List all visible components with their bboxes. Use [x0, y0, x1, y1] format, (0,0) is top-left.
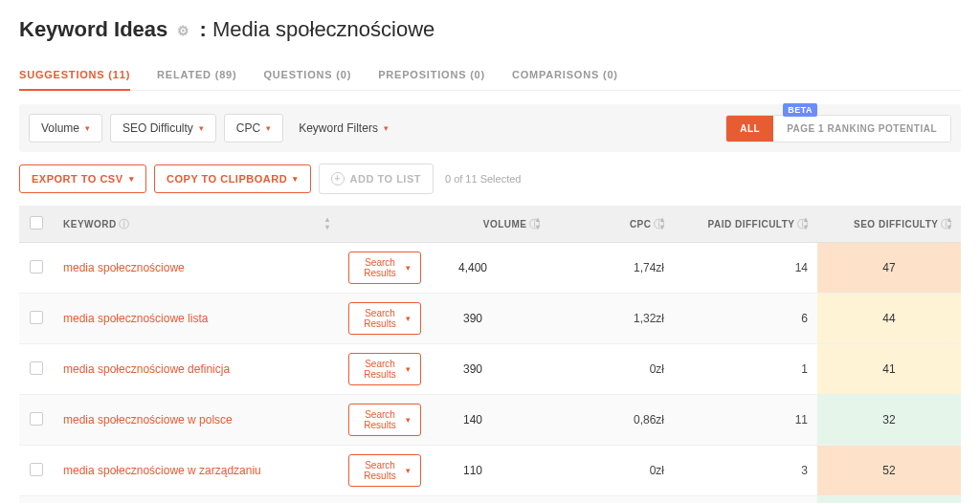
tab-4[interactable]: COMPARISONS (0) — [512, 63, 618, 90]
cell-cpc: 0zł — [549, 344, 674, 395]
tabs: SUGGESTIONS (11)RELATED (89)QUESTIONS (0… — [19, 63, 961, 91]
add-to-list-button[interactable]: +ADD TO LIST — [319, 164, 434, 194]
cell-cpc: 1,74zł — [549, 243, 674, 294]
title-subject: Media społecznościowe — [212, 17, 434, 41]
search-results-button[interactable]: Search Results ▾ — [348, 353, 421, 385]
chevron-down-icon: ▾ — [199, 123, 204, 133]
chevron-down-icon: ▾ — [406, 364, 411, 374]
cell-cpc: 0,86zł — [549, 395, 674, 446]
selected-count: 0 of 11 Selected — [445, 173, 522, 185]
search-results-button[interactable]: Search Results ▾ — [348, 454, 421, 487]
cell-seo-difficulty: 39 — [817, 496, 961, 504]
cell-paid-difficulty: 3 — [674, 446, 817, 496]
gear-icon[interactable]: ⚙ — [177, 23, 189, 38]
table-row: media społecznościowe definicjaSearch Re… — [19, 344, 961, 395]
chevron-down-icon: ▾ — [266, 123, 271, 133]
table-row: media społecznościowe w zarządzaniuSearc… — [19, 446, 961, 496]
actions-row: EXPORT TO CSV▾ COPY TO CLIPBOARD▾ +ADD T… — [19, 164, 961, 194]
cell-cpc: 1,32zł — [549, 294, 674, 344]
cell-paid-difficulty: 1 — [674, 344, 817, 395]
tab-2[interactable]: QUESTIONS (0) — [263, 63, 351, 90]
row-checkbox[interactable] — [30, 463, 43, 476]
col-volume[interactable]: VOLUMEⓘ▴▾ — [425, 206, 549, 243]
cell-volume: 4,400 — [425, 243, 549, 294]
cell-volume: 390 — [425, 344, 549, 395]
keyword-link[interactable]: media społecznościowe lista — [63, 312, 208, 325]
row-checkbox[interactable] — [30, 260, 43, 273]
tab-3[interactable]: PREPOSITIONS (0) — [378, 63, 485, 90]
table-row: media społecznościowe synonimSearch Resu… — [19, 496, 961, 504]
chevron-down-icon: ▾ — [293, 174, 299, 184]
cell-seo-difficulty: 47 — [817, 243, 961, 294]
filter-cpc[interactable]: CPC▾ — [224, 114, 283, 142]
keyword-link[interactable]: media społecznościowe w zarządzaniu — [63, 464, 261, 477]
cell-volume: 140 — [425, 395, 549, 446]
view-toggle: ALL PAGE 1 RANKING POTENTIAL — [725, 115, 951, 142]
tab-0[interactable]: SUGGESTIONS (11) — [19, 63, 130, 90]
toggle-page1[interactable]: PAGE 1 RANKING POTENTIAL — [773, 116, 950, 142]
cell-volume: 110 — [425, 446, 549, 496]
chevron-down-icon: ▾ — [406, 263, 411, 273]
cell-seo-difficulty: 41 — [817, 344, 961, 395]
filter-seo-difficulty[interactable]: SEO Difficulty▾ — [110, 114, 216, 142]
row-checkbox[interactable] — [30, 311, 43, 324]
chevron-down-icon: ▾ — [406, 466, 411, 475]
col-keyword[interactable]: KEYWORDⓘ▴▾ — [54, 206, 339, 243]
cell-paid-difficulty: 1 — [674, 496, 817, 504]
info-icon: ⓘ — [119, 218, 130, 230]
sort-icon: ▴▾ — [660, 216, 665, 231]
cell-volume: 390 — [425, 294, 549, 344]
cell-seo-difficulty: 52 — [817, 446, 961, 496]
sort-icon: ▴▾ — [325, 216, 330, 231]
chevron-down-icon: ▾ — [129, 174, 135, 184]
beta-badge: BETA — [783, 103, 817, 117]
col-cpc[interactable]: CPCⓘ▴▾ — [549, 206, 674, 243]
filter-volume[interactable]: Volume▾ — [29, 114, 102, 142]
cell-paid-difficulty: 6 — [674, 294, 817, 344]
chevron-down-icon: ▾ — [384, 123, 389, 133]
cell-cpc: 0zł — [549, 446, 674, 496]
sort-icon: ▴▾ — [804, 216, 809, 231]
tab-1[interactable]: RELATED (89) — [157, 63, 236, 90]
keyword-filters[interactable]: Keyword Filters▾ — [299, 121, 389, 135]
table-row: media społecznościowe listaSearch Result… — [19, 294, 961, 344]
chevron-down-icon: ▾ — [85, 123, 90, 133]
filters-row: Volume▾ SEO Difficulty▾ CPC▾ Keyword Fil… — [19, 104, 961, 152]
title-label: Keyword Ideas — [19, 17, 167, 41]
keyword-link[interactable]: media społecznościowe — [63, 261, 185, 274]
keyword-link[interactable]: media społecznościowe w polsce — [63, 413, 233, 426]
select-all-checkbox[interactable] — [30, 216, 43, 230]
search-results-button[interactable]: Search Results ▾ — [348, 302, 421, 335]
cell-seo-difficulty: 44 — [817, 294, 961, 344]
copy-clipboard-button[interactable]: COPY TO CLIPBOARD▾ — [154, 164, 311, 193]
table-row: media społecznościoweSearch Results ▾4,4… — [19, 243, 961, 294]
col-paid-difficulty[interactable]: PAID DIFFICULTYⓘ▴▾ — [674, 206, 817, 243]
cell-cpc: 0zł — [549, 496, 674, 504]
page-title: Keyword Ideas ⚙ : Media społecznościowe — [19, 17, 961, 42]
chevron-down-icon: ▾ — [406, 314, 411, 323]
table-row: media społecznościowe w polsceSearch Res… — [19, 395, 961, 446]
search-results-button[interactable]: Search Results ▾ — [348, 404, 421, 436]
row-checkbox[interactable] — [30, 361, 43, 375]
toggle-all[interactable]: ALL — [726, 116, 773, 142]
results-table: KEYWORDⓘ▴▾ VOLUMEⓘ▴▾ CPCⓘ▴▾ PAID DIFFICU… — [19, 206, 961, 503]
sort-icon: ▴▾ — [536, 216, 541, 231]
search-results-button[interactable]: Search Results ▾ — [348, 252, 421, 284]
chevron-down-icon: ▾ — [406, 415, 411, 425]
plus-icon: + — [331, 172, 345, 186]
keyword-link[interactable]: media społecznościowe definicja — [63, 362, 230, 376]
cell-volume: 110 — [425, 496, 549, 504]
cell-paid-difficulty: 14 — [674, 243, 817, 294]
export-csv-button[interactable]: EXPORT TO CSV▾ — [19, 164, 146, 193]
row-checkbox[interactable] — [30, 412, 43, 426]
sort-icon: ▴▾ — [947, 216, 952, 231]
cell-seo-difficulty: 32 — [817, 395, 961, 446]
col-seo-difficulty[interactable]: SEO DIFFICULTYⓘ▴▾ — [817, 206, 961, 243]
cell-paid-difficulty: 11 — [674, 395, 817, 446]
